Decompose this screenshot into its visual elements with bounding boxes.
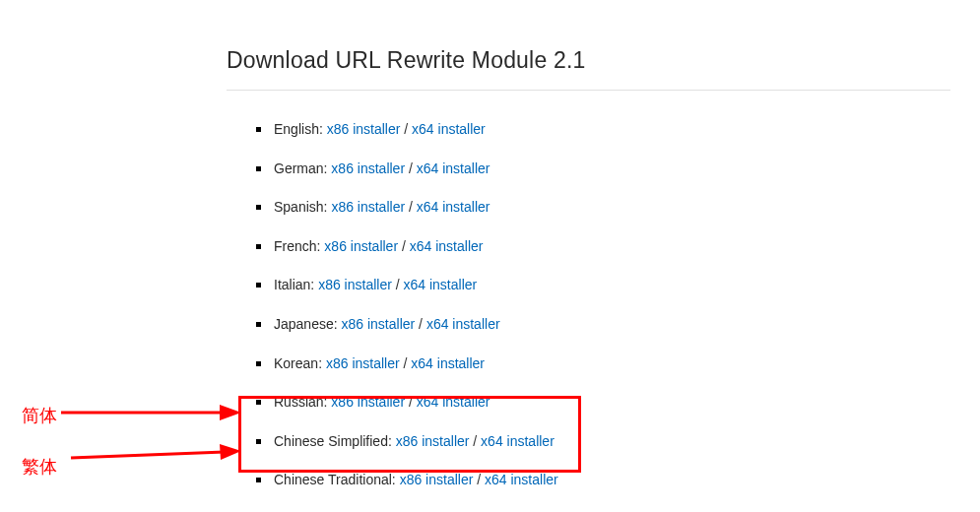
x64-installer-link[interactable]: x64 installer [481, 433, 555, 449]
x64-installer-link[interactable]: x64 installer [404, 277, 478, 292]
x86-installer-link[interactable]: x86 installer [400, 472, 474, 487]
lang-label: Spanish: [274, 199, 327, 215]
separator: / [415, 316, 426, 332]
x86-installer-link[interactable]: x86 installer [327, 121, 401, 137]
x64-installer-link[interactable]: x64 installer [417, 160, 490, 176]
x64-installer-link[interactable]: x64 installer [411, 355, 485, 371]
list-item: German: x86 installer / x64 installer [274, 150, 950, 189]
separator: / [405, 394, 417, 410]
list-item: English: x86 installer / x64 installer [274, 110, 950, 150]
lang-label: Chinese Simplified: [274, 433, 392, 449]
separator: / [469, 433, 481, 449]
x86-installer-link[interactable]: x86 installer [326, 355, 400, 371]
separator: / [398, 238, 410, 254]
x64-installer-link[interactable]: x64 installer [410, 238, 484, 254]
separator: / [400, 355, 412, 371]
list-item: Japanese: x86 installer / x64 installer [274, 305, 950, 345]
lang-label: English: [274, 121, 323, 137]
lang-label: Japanese: [274, 316, 338, 332]
x64-installer-link[interactable]: x64 installer [417, 394, 490, 410]
lang-label: Italian: [274, 277, 314, 292]
divider [227, 90, 950, 91]
list-item: Italian: x86 installer / x64 installer [274, 266, 950, 305]
annotation-traditional: 繁体 [22, 455, 57, 479]
lang-label: Korean: [274, 355, 322, 371]
lang-label: German: [274, 160, 327, 176]
x86-installer-link[interactable]: x86 installer [342, 316, 416, 332]
separator: / [405, 199, 417, 215]
separator: / [473, 472, 485, 487]
separator: / [405, 160, 417, 176]
list-item: Korean: x86 installer / x64 installer [274, 345, 950, 384]
list-item: Spanish: x86 installer / x64 installer [274, 188, 950, 227]
separator: / [400, 121, 412, 137]
download-list: English: x86 installer / x64 installer G… [227, 110, 950, 500]
lang-label: French: [274, 238, 320, 254]
x86-installer-link[interactable]: x86 installer [396, 433, 470, 449]
x64-installer-link[interactable]: x64 installer [485, 472, 558, 487]
annotation-simplified: 简体 [22, 404, 57, 427]
x86-installer-link[interactable]: x86 installer [324, 238, 398, 254]
list-item: Russian: x86 installer / x64 installer [274, 383, 950, 422]
x86-installer-link[interactable]: x86 installer [331, 394, 405, 410]
list-item: Chinese Traditional: x86 installer / x64… [274, 461, 950, 500]
x86-installer-link[interactable]: x86 installer [331, 160, 405, 176]
x86-installer-link[interactable]: x86 installer [331, 199, 405, 215]
x64-installer-link[interactable]: x64 installer [412, 121, 486, 137]
separator: / [392, 277, 404, 292]
lang-label: Chinese Traditional: [274, 472, 396, 487]
lang-label: Russian: [274, 394, 327, 410]
list-item: Chinese Simplified: x86 installer / x64 … [274, 422, 950, 462]
list-item: French: x86 installer / x64 installer [274, 227, 950, 267]
x64-installer-link[interactable]: x64 installer [426, 316, 500, 332]
content-wrapper: Download URL Rewrite Module 2.1 English:… [0, 0, 980, 500]
x64-installer-link[interactable]: x64 installer [417, 199, 490, 215]
page-title: Download URL Rewrite Module 2.1 [227, 47, 950, 74]
x86-installer-link[interactable]: x86 installer [318, 277, 392, 292]
